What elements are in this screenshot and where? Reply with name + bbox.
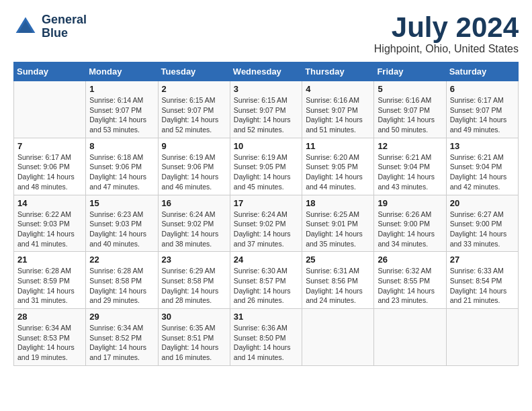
day-info: Sunrise: 6:20 AMSunset: 9:05 PMDaylight:… xyxy=(306,152,370,192)
calendar-day-cell xyxy=(446,309,518,366)
day-number: 18 xyxy=(306,198,370,208)
calendar-body: 1Sunrise: 6:14 AMSunset: 9:07 PMDaylight… xyxy=(14,81,519,366)
day-number: 19 xyxy=(378,198,442,208)
calendar-header-cell: Sunday xyxy=(14,62,86,81)
calendar-day-cell: 17Sunrise: 6:24 AMSunset: 9:02 PMDayligh… xyxy=(230,195,302,252)
day-number: 21 xyxy=(17,255,82,265)
day-number: 20 xyxy=(450,198,515,208)
calendar-day-cell xyxy=(14,81,86,138)
calendar-day-cell: 8Sunrise: 6:18 AMSunset: 9:06 PMDaylight… xyxy=(86,138,158,195)
calendar-day-cell: 4Sunrise: 6:16 AMSunset: 9:07 PMDaylight… xyxy=(302,81,374,138)
day-number: 31 xyxy=(234,312,298,322)
calendar-day-cell: 25Sunrise: 6:31 AMSunset: 8:56 PMDayligh… xyxy=(302,252,374,309)
day-info: Sunrise: 6:17 AMSunset: 9:07 PMDaylight:… xyxy=(450,95,515,135)
day-number: 2 xyxy=(162,84,226,94)
logo-line2: Blue xyxy=(42,27,87,40)
calendar-day-cell: 23Sunrise: 6:29 AMSunset: 8:58 PMDayligh… xyxy=(158,252,230,309)
day-info: Sunrise: 6:29 AMSunset: 8:58 PMDaylight:… xyxy=(162,266,226,306)
day-number: 5 xyxy=(378,84,442,94)
day-info: Sunrise: 6:16 AMSunset: 9:07 PMDaylight:… xyxy=(378,95,442,135)
day-info: Sunrise: 6:21 AMSunset: 9:04 PMDaylight:… xyxy=(378,152,442,192)
calendar-day-cell: 29Sunrise: 6:34 AMSunset: 8:52 PMDayligh… xyxy=(86,309,158,366)
day-number: 9 xyxy=(162,141,226,151)
day-number: 6 xyxy=(450,84,515,94)
calendar-day-cell: 28Sunrise: 6:34 AMSunset: 8:53 PMDayligh… xyxy=(14,309,86,366)
day-info: Sunrise: 6:19 AMSunset: 9:05 PMDaylight:… xyxy=(234,152,298,192)
calendar-day-cell: 19Sunrise: 6:26 AMSunset: 9:00 PMDayligh… xyxy=(374,195,446,252)
calendar-week-row: 7Sunrise: 6:17 AMSunset: 9:06 PMDaylight… xyxy=(14,138,519,195)
day-number: 4 xyxy=(306,84,370,94)
calendar-day-cell: 27Sunrise: 6:33 AMSunset: 8:54 PMDayligh… xyxy=(446,252,518,309)
day-info: Sunrise: 6:24 AMSunset: 9:02 PMDaylight:… xyxy=(162,210,226,249)
day-info: Sunrise: 6:15 AMSunset: 9:07 PMDaylight:… xyxy=(234,95,298,135)
calendar-week-row: 1Sunrise: 6:14 AMSunset: 9:07 PMDaylight… xyxy=(14,81,519,138)
day-info: Sunrise: 6:33 AMSunset: 8:54 PMDaylight:… xyxy=(450,266,515,306)
calendar-day-cell: 1Sunrise: 6:14 AMSunset: 9:07 PMDaylight… xyxy=(86,81,158,138)
page-header: General Blue July 2024 Highpoint, Ohio, … xyxy=(13,13,519,55)
day-info: Sunrise: 6:16 AMSunset: 9:07 PMDaylight:… xyxy=(306,95,370,135)
day-info: Sunrise: 6:21 AMSunset: 9:04 PMDaylight:… xyxy=(450,152,515,192)
day-info: Sunrise: 6:36 AMSunset: 8:50 PMDaylight:… xyxy=(234,323,298,363)
calendar-day-cell: 16Sunrise: 6:24 AMSunset: 9:02 PMDayligh… xyxy=(158,195,230,252)
day-info: Sunrise: 6:35 AMSunset: 8:51 PMDaylight:… xyxy=(162,323,226,363)
calendar-header-cell: Saturday xyxy=(446,62,518,81)
calendar-day-cell: 20Sunrise: 6:27 AMSunset: 9:00 PMDayligh… xyxy=(446,195,518,252)
calendar-day-cell: 30Sunrise: 6:35 AMSunset: 8:51 PMDayligh… xyxy=(158,309,230,366)
day-info: Sunrise: 6:22 AMSunset: 9:03 PMDaylight:… xyxy=(17,210,82,249)
calendar-header-cell: Tuesday xyxy=(158,62,230,81)
day-info: Sunrise: 6:32 AMSunset: 8:55 PMDaylight:… xyxy=(378,266,442,306)
calendar-day-cell: 18Sunrise: 6:25 AMSunset: 9:01 PMDayligh… xyxy=(302,195,374,252)
calendar-header-row: SundayMondayTuesdayWednesdayThursdayFrid… xyxy=(14,62,519,81)
day-number: 13 xyxy=(450,141,515,151)
calendar-day-cell: 7Sunrise: 6:17 AMSunset: 9:06 PMDaylight… xyxy=(14,138,86,195)
calendar-day-cell: 9Sunrise: 6:19 AMSunset: 9:06 PMDaylight… xyxy=(158,138,230,195)
day-info: Sunrise: 6:25 AMSunset: 9:01 PMDaylight:… xyxy=(306,210,370,249)
day-number: 3 xyxy=(234,84,298,94)
day-info: Sunrise: 6:14 AMSunset: 9:07 PMDaylight:… xyxy=(89,95,154,135)
calendar-day-cell: 10Sunrise: 6:19 AMSunset: 9:05 PMDayligh… xyxy=(230,138,302,195)
logo: General Blue xyxy=(13,13,87,40)
calendar-day-cell: 6Sunrise: 6:17 AMSunset: 9:07 PMDaylight… xyxy=(446,81,518,138)
day-number: 29 xyxy=(89,312,154,322)
calendar-day-cell: 21Sunrise: 6:28 AMSunset: 8:59 PMDayligh… xyxy=(14,252,86,309)
day-info: Sunrise: 6:19 AMSunset: 9:06 PMDaylight:… xyxy=(162,152,226,192)
calendar-day-cell: 22Sunrise: 6:28 AMSunset: 8:58 PMDayligh… xyxy=(86,252,158,309)
main-title: July 2024 xyxy=(374,13,519,42)
logo-icon xyxy=(13,15,38,39)
day-info: Sunrise: 6:24 AMSunset: 9:02 PMDaylight:… xyxy=(234,210,298,249)
calendar-day-cell: 14Sunrise: 6:22 AMSunset: 9:03 PMDayligh… xyxy=(14,195,86,252)
calendar-day-cell: 15Sunrise: 6:23 AMSunset: 9:03 PMDayligh… xyxy=(86,195,158,252)
calendar-day-cell xyxy=(374,309,446,366)
day-number: 28 xyxy=(17,312,82,322)
day-number: 14 xyxy=(17,198,82,208)
title-area: July 2024 Highpoint, Ohio, United States xyxy=(374,13,519,55)
calendar-day-cell xyxy=(302,309,374,366)
calendar-day-cell: 3Sunrise: 6:15 AMSunset: 9:07 PMDaylight… xyxy=(230,81,302,138)
calendar-day-cell: 5Sunrise: 6:16 AMSunset: 9:07 PMDaylight… xyxy=(374,81,446,138)
day-info: Sunrise: 6:31 AMSunset: 8:56 PMDaylight:… xyxy=(306,266,370,306)
calendar-day-cell: 26Sunrise: 6:32 AMSunset: 8:55 PMDayligh… xyxy=(374,252,446,309)
day-number: 12 xyxy=(378,141,442,151)
day-info: Sunrise: 6:23 AMSunset: 9:03 PMDaylight:… xyxy=(89,210,154,249)
day-info: Sunrise: 6:26 AMSunset: 9:00 PMDaylight:… xyxy=(378,210,442,249)
day-info: Sunrise: 6:17 AMSunset: 9:06 PMDaylight:… xyxy=(17,152,82,192)
day-number: 11 xyxy=(306,141,370,151)
day-number: 23 xyxy=(162,255,226,265)
day-info: Sunrise: 6:28 AMSunset: 8:58 PMDaylight:… xyxy=(89,266,154,306)
calendar-header-cell: Friday xyxy=(374,62,446,81)
day-number: 1 xyxy=(89,84,154,94)
calendar-table: SundayMondayTuesdayWednesdayThursdayFrid… xyxy=(13,62,519,366)
day-number: 22 xyxy=(89,255,154,265)
calendar-day-cell: 31Sunrise: 6:36 AMSunset: 8:50 PMDayligh… xyxy=(230,309,302,366)
day-number: 24 xyxy=(234,255,298,265)
calendar-header-cell: Monday xyxy=(86,62,158,81)
calendar-day-cell: 24Sunrise: 6:30 AMSunset: 8:57 PMDayligh… xyxy=(230,252,302,309)
day-info: Sunrise: 6:18 AMSunset: 9:06 PMDaylight:… xyxy=(89,152,154,192)
calendar-day-cell: 13Sunrise: 6:21 AMSunset: 9:04 PMDayligh… xyxy=(446,138,518,195)
calendar-week-row: 28Sunrise: 6:34 AMSunset: 8:53 PMDayligh… xyxy=(14,309,519,366)
calendar-day-cell: 12Sunrise: 6:21 AMSunset: 9:04 PMDayligh… xyxy=(374,138,446,195)
calendar-day-cell: 11Sunrise: 6:20 AMSunset: 9:05 PMDayligh… xyxy=(302,138,374,195)
day-info: Sunrise: 6:15 AMSunset: 9:07 PMDaylight:… xyxy=(162,95,226,135)
day-number: 25 xyxy=(306,255,370,265)
calendar-week-row: 14Sunrise: 6:22 AMSunset: 9:03 PMDayligh… xyxy=(14,195,519,252)
